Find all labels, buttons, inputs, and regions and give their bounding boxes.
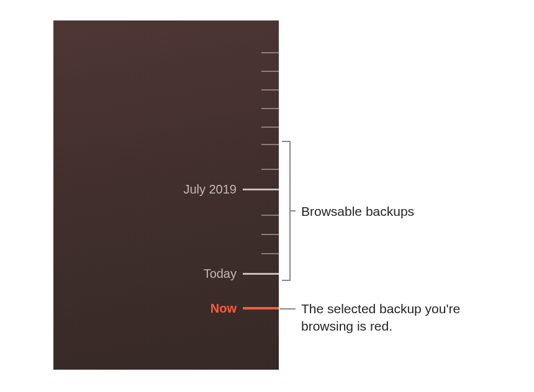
- timeline-tick[interactable]: [261, 89, 279, 91]
- timeline-tick[interactable]: [261, 234, 279, 235]
- callout-browsable: Browsable backups: [301, 203, 414, 220]
- timeline-label-today: Today: [204, 267, 237, 281]
- timeline-label-july: July 2019: [183, 182, 237, 197]
- timeline-tick[interactable]: [261, 127, 279, 128]
- timemachine-timeline-panel: July 2019 Today Now: [53, 20, 279, 370]
- callout-connector-icon: [280, 308, 296, 310]
- callout-connector-icon: [291, 210, 296, 212]
- timeline-tick[interactable]: [261, 52, 279, 53]
- timeline-tick[interactable]: [261, 71, 279, 72]
- timeline-tick[interactable]: [261, 144, 279, 145]
- timeline-tick[interactable]: [261, 215, 279, 216]
- callout-selected: The selected backup you're browsing is r…: [301, 300, 500, 336]
- timeline-label-now: Now: [210, 301, 237, 316]
- timeline-tick-today[interactable]: [243, 273, 279, 275]
- timeline-tick-july[interactable]: [243, 189, 279, 190]
- callout-bracket-icon: [282, 141, 291, 281]
- timeline-tick-now[interactable]: [243, 307, 279, 310]
- timeline-tick[interactable]: [261, 169, 279, 170]
- timeline-tick[interactable]: [261, 108, 279, 109]
- timeline-tick[interactable]: [261, 253, 279, 254]
